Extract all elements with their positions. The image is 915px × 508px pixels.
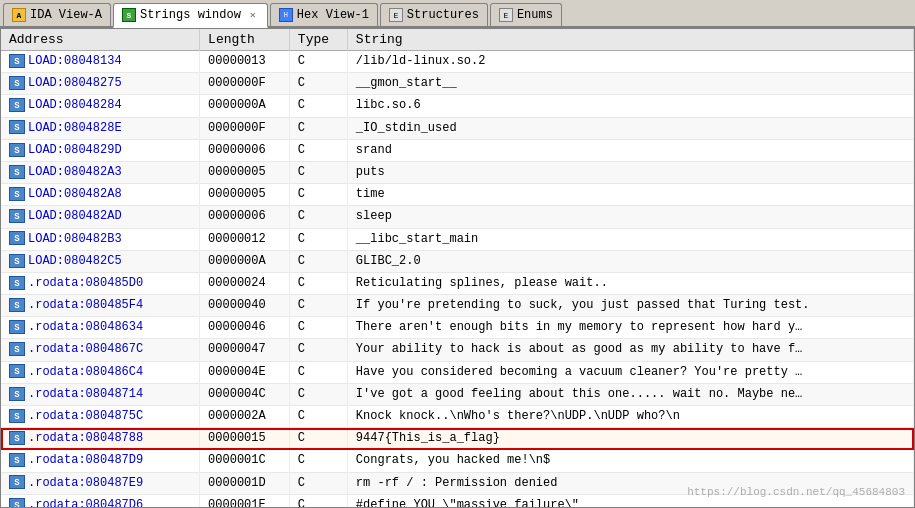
cell-address-5: SLOAD:080482A3 xyxy=(1,161,200,183)
tab-ida-view[interactable]: AIDA View-A xyxy=(3,3,111,26)
table-row[interactable]: S.rodata:080487D90000001CCCongrats, you … xyxy=(1,450,914,472)
cell-length-12: 00000046 xyxy=(200,317,290,339)
tab-hex-view[interactable]: HHex View-1 xyxy=(270,3,378,26)
cell-string-20: #define YOU \"massive failure\" xyxy=(347,494,913,508)
cell-length-16: 0000002A xyxy=(200,406,290,428)
ida-view-icon: A xyxy=(12,8,26,22)
cell-length-10: 00000024 xyxy=(200,272,290,294)
cell-type-11: C xyxy=(289,295,347,317)
table-row[interactable]: SLOAD:0804828E0000000FC_IO_stdin_used xyxy=(1,117,914,139)
row-s-icon: S xyxy=(9,98,25,112)
cell-address-18: S.rodata:080487D9 xyxy=(1,450,200,472)
table-row[interactable]: SLOAD:080482750000000FC__gmon_start__ xyxy=(1,73,914,95)
row-s-icon: S xyxy=(9,209,25,223)
tab-strings-window[interactable]: SStrings window✕ xyxy=(113,3,268,28)
cell-length-20: 0000001E xyxy=(200,494,290,508)
cell-address-19: S.rodata:080487E9 xyxy=(1,472,200,494)
col-header-type: Type xyxy=(289,29,347,51)
table-header-row: Address Length Type String xyxy=(1,29,914,51)
row-s-icon: S xyxy=(9,165,25,179)
cell-string-2: libc.so.6 xyxy=(347,95,913,117)
cell-string-14: Have you considered becoming a vacuum cl… xyxy=(347,361,913,383)
cell-address-9: SLOAD:080482C5 xyxy=(1,250,200,272)
cell-type-20: C xyxy=(289,494,347,508)
cell-length-2: 0000000A xyxy=(200,95,290,117)
cell-string-0: /lib/ld-linux.so.2 xyxy=(347,51,913,73)
tab-structures[interactable]: EStructures xyxy=(380,3,488,26)
table-row[interactable]: SLOAD:080482AD00000006Csleep xyxy=(1,206,914,228)
tab-label-strings-window: Strings window xyxy=(140,8,241,22)
table-row[interactable]: S.rodata:0804867C00000047CYour ability t… xyxy=(1,339,914,361)
cell-address-11: S.rodata:080485F4 xyxy=(1,295,200,317)
row-s-icon: S xyxy=(9,231,25,245)
table-row[interactable]: S.rodata:080485D000000024CReticulating s… xyxy=(1,272,914,294)
cell-address-15: S.rodata:08048714 xyxy=(1,383,200,405)
table-row[interactable]: S.rodata:0804863400000046CThere aren't e… xyxy=(1,317,914,339)
cell-length-6: 00000005 xyxy=(200,184,290,206)
structures-icon: E xyxy=(389,8,403,22)
cell-type-13: C xyxy=(289,339,347,361)
col-header-string: String xyxy=(347,29,913,51)
strings-window-icon: S xyxy=(122,8,136,22)
table-row[interactable]: SLOAD:0804829D00000006Csrand xyxy=(1,139,914,161)
row-s-icon: S xyxy=(9,276,25,290)
row-s-icon: S xyxy=(9,387,25,401)
cell-type-0: C xyxy=(289,51,347,73)
cell-type-16: C xyxy=(289,406,347,428)
col-header-address: Address xyxy=(1,29,200,51)
table-row[interactable]: SLOAD:080482B300000012C__libc_start_main xyxy=(1,228,914,250)
cell-string-6: time xyxy=(347,184,913,206)
cell-length-0: 00000013 xyxy=(200,51,290,73)
cell-string-9: GLIBC_2.0 xyxy=(347,250,913,272)
content-area[interactable]: Address Length Type String SLOAD:0804813… xyxy=(0,28,915,508)
app-window: AIDA View-ASStrings window✕HHex View-1ES… xyxy=(0,0,915,508)
cell-type-2: C xyxy=(289,95,347,117)
cell-length-9: 0000000A xyxy=(200,250,290,272)
table-row[interactable]: S.rodata:080487D60000001EC#define YOU \"… xyxy=(1,494,914,508)
cell-string-16: Knock knock..\nWho's there?\nUDP.\nUDP w… xyxy=(347,406,913,428)
table-row[interactable]: SLOAD:080482840000000AClibc.so.6 xyxy=(1,95,914,117)
cell-type-19: C xyxy=(289,472,347,494)
cell-address-3: SLOAD:0804828E xyxy=(1,117,200,139)
enums-icon: E xyxy=(499,8,513,22)
cell-length-13: 00000047 xyxy=(200,339,290,361)
cell-length-1: 0000000F xyxy=(200,73,290,95)
table-row[interactable]: SLOAD:080482A800000005Ctime xyxy=(1,184,914,206)
table-row[interactable]: S.rodata:080485F400000040CIf you're pret… xyxy=(1,295,914,317)
cell-length-5: 00000005 xyxy=(200,161,290,183)
table-row[interactable]: S.rodata:080487140000004CCI've got a goo… xyxy=(1,383,914,405)
cell-string-19: rm -rf / : Permission denied xyxy=(347,472,913,494)
row-s-icon: S xyxy=(9,187,25,201)
cell-address-7: SLOAD:080482AD xyxy=(1,206,200,228)
cell-length-4: 00000006 xyxy=(200,139,290,161)
tab-close-strings-window[interactable]: ✕ xyxy=(247,9,259,21)
cell-type-5: C xyxy=(289,161,347,183)
table-row[interactable]: S.rodata:080487E90000001DCrm -rf / : Per… xyxy=(1,472,914,494)
cell-type-18: C xyxy=(289,450,347,472)
table-row[interactable]: S.rodata:080486C40000004ECHave you consi… xyxy=(1,361,914,383)
cell-length-15: 0000004C xyxy=(200,383,290,405)
table-row[interactable]: SLOAD:080482C50000000ACGLIBC_2.0 xyxy=(1,250,914,272)
cell-address-2: SLOAD:08048284 xyxy=(1,95,200,117)
cell-type-7: C xyxy=(289,206,347,228)
cell-address-14: S.rodata:080486C4 xyxy=(1,361,200,383)
cell-length-3: 0000000F xyxy=(200,117,290,139)
row-s-icon: S xyxy=(9,76,25,90)
cell-string-17: 9447{This_is_a_flag} xyxy=(347,428,913,450)
cell-string-8: __libc_start_main xyxy=(347,228,913,250)
cell-type-10: C xyxy=(289,272,347,294)
table-row[interactable]: S.rodata:0804878800000015C9447{This_is_a… xyxy=(1,428,914,450)
cell-length-18: 0000001C xyxy=(200,450,290,472)
cell-string-12: There aren't enough bits in my memory to… xyxy=(347,317,913,339)
cell-length-7: 00000006 xyxy=(200,206,290,228)
table-row[interactable]: S.rodata:0804875C0000002ACKnock knock..\… xyxy=(1,406,914,428)
table-row[interactable]: SLOAD:080482A300000005Cputs xyxy=(1,161,914,183)
tab-enums[interactable]: EEnums xyxy=(490,3,562,26)
row-s-icon: S xyxy=(9,54,25,68)
strings-table: Address Length Type String SLOAD:0804813… xyxy=(1,29,914,508)
table-row[interactable]: SLOAD:0804813400000013C/lib/ld-linux.so.… xyxy=(1,51,914,73)
tab-label-hex-view: Hex View-1 xyxy=(297,8,369,22)
cell-address-17: S.rodata:08048788 xyxy=(1,428,200,450)
cell-string-4: srand xyxy=(347,139,913,161)
cell-address-10: S.rodata:080485D0 xyxy=(1,272,200,294)
